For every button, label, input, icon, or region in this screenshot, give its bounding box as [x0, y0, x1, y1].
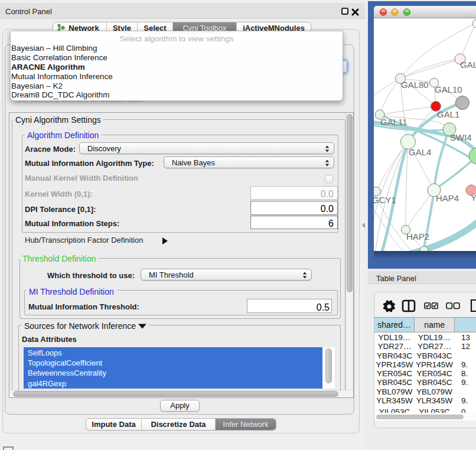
svg-text:GAL1: GAL1 [437, 109, 459, 119]
svg-text:GAL80: GAL80 [401, 80, 429, 90]
svg-text:YE: YE [471, 193, 476, 203]
svg-text:GAL11: GAL11 [380, 117, 407, 127]
svg-text:SWI4: SWI4 [450, 132, 472, 142]
svg-text:HAP2: HAP2 [406, 231, 429, 242]
svg-text:GAL10: GAL10 [435, 84, 462, 94]
svg-text:HAP4: HAP4 [436, 193, 459, 203]
svg-text:GAL7: GAL7 [460, 60, 476, 70]
svg-text:GCY1: GCY1 [374, 195, 396, 205]
svg-text:GAL4: GAL4 [409, 147, 431, 157]
